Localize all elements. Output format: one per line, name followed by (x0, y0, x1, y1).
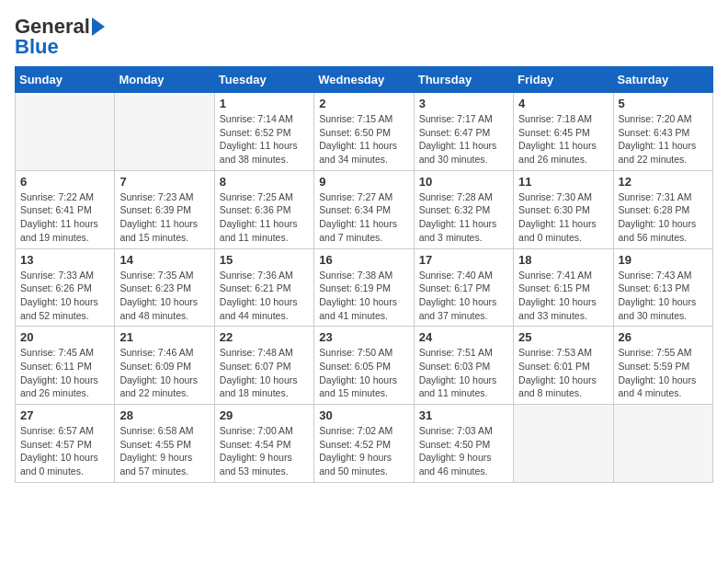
day-content: Sunrise: 7:53 AM Sunset: 6:01 PM Dayligh… (518, 346, 608, 400)
calendar-cell: 16Sunrise: 7:38 AM Sunset: 6:19 PM Dayli… (314, 248, 414, 327)
day-number: 1 (220, 97, 309, 110)
calendar-cell: 24Sunrise: 7:51 AM Sunset: 6:03 PM Dayli… (414, 327, 513, 405)
calendar-header-wednesday: Wednesday (314, 67, 414, 93)
day-content: Sunrise: 7:15 AM Sunset: 6:50 PM Dayligh… (319, 112, 408, 167)
day-content: Sunrise: 7:43 AM Sunset: 6:13 PM Dayligh… (619, 269, 708, 323)
day-content: Sunrise: 7:23 AM Sunset: 6:39 PM Dayligh… (119, 190, 209, 245)
day-number: 18 (518, 253, 608, 267)
calendar-week-row: 13Sunrise: 7:33 AM Sunset: 6:26 PM Dayli… (16, 248, 713, 327)
calendar-cell: 10Sunrise: 7:28 AM Sunset: 6:32 PM Dayli… (414, 170, 513, 248)
calendar-cell: 5Sunrise: 7:20 AM Sunset: 6:43 PM Daylig… (613, 93, 712, 171)
calendar-header-sunday: Sunday (16, 67, 115, 93)
calendar-cell: 30Sunrise: 7:02 AM Sunset: 4:52 PM Dayli… (314, 405, 414, 483)
calendar-week-row: 1Sunrise: 7:14 AM Sunset: 6:52 PM Daylig… (16, 93, 713, 171)
calendar-cell: 21Sunrise: 7:46 AM Sunset: 6:09 PM Dayli… (115, 327, 214, 405)
day-content: Sunrise: 7:25 AM Sunset: 6:36 PM Dayligh… (220, 190, 309, 245)
day-content: Sunrise: 6:58 AM Sunset: 4:55 PM Dayligh… (119, 424, 209, 478)
calendar-cell: 28Sunrise: 6:58 AM Sunset: 4:55 PM Dayli… (115, 405, 214, 483)
day-number: 12 (619, 175, 708, 189)
calendar-cell: 3Sunrise: 7:17 AM Sunset: 6:47 PM Daylig… (414, 93, 513, 171)
day-number: 11 (518, 175, 608, 189)
calendar-cell (16, 93, 115, 171)
calendar-cell: 29Sunrise: 7:00 AM Sunset: 4:54 PM Dayli… (214, 405, 313, 483)
day-number: 7 (119, 175, 209, 189)
day-number: 22 (220, 330, 309, 344)
day-content: Sunrise: 7:50 AM Sunset: 6:05 PM Dayligh… (319, 346, 408, 400)
calendar-header-monday: Monday (115, 67, 214, 93)
calendar-cell: 18Sunrise: 7:41 AM Sunset: 6:15 PM Dayli… (514, 248, 613, 327)
day-number: 9 (319, 175, 408, 189)
day-number: 27 (20, 408, 109, 422)
calendar-cell: 1Sunrise: 7:14 AM Sunset: 6:52 PM Daylig… (214, 93, 313, 171)
calendar-cell: 7Sunrise: 7:23 AM Sunset: 6:39 PM Daylig… (115, 170, 214, 248)
day-number: 28 (119, 408, 209, 422)
day-number: 29 (220, 408, 309, 422)
day-number: 13 (20, 253, 109, 267)
day-number: 2 (319, 97, 408, 110)
calendar-cell: 15Sunrise: 7:36 AM Sunset: 6:21 PM Dayli… (214, 248, 313, 327)
calendar-cell: 22Sunrise: 7:48 AM Sunset: 6:07 PM Dayli… (214, 327, 313, 405)
day-number: 14 (119, 253, 209, 267)
calendar-cell: 2Sunrise: 7:15 AM Sunset: 6:50 PM Daylig… (314, 93, 414, 171)
calendar-cell: 27Sunrise: 6:57 AM Sunset: 4:57 PM Dayli… (16, 405, 115, 483)
day-content: Sunrise: 7:45 AM Sunset: 6:11 PM Dayligh… (20, 346, 109, 400)
calendar-cell: 14Sunrise: 7:35 AM Sunset: 6:23 PM Dayli… (115, 248, 214, 327)
calendar-cell: 8Sunrise: 7:25 AM Sunset: 6:36 PM Daylig… (214, 170, 313, 248)
day-number: 20 (20, 330, 109, 344)
day-content: Sunrise: 7:35 AM Sunset: 6:23 PM Dayligh… (119, 269, 209, 323)
day-number: 10 (419, 175, 508, 189)
calendar-header-friday: Friday (514, 67, 613, 93)
day-number: 15 (220, 253, 309, 267)
page-header: General Blue (15, 15, 713, 59)
day-content: Sunrise: 7:03 AM Sunset: 4:50 PM Dayligh… (419, 424, 508, 478)
day-content: Sunrise: 7:46 AM Sunset: 6:09 PM Dayligh… (119, 346, 209, 400)
logo-blue: Blue (15, 35, 59, 59)
calendar-cell: 11Sunrise: 7:30 AM Sunset: 6:30 PM Dayli… (514, 170, 613, 248)
calendar-cell: 4Sunrise: 7:18 AM Sunset: 6:45 PM Daylig… (514, 93, 613, 171)
calendar-header-row: SundayMondayTuesdayWednesdayThursdayFrid… (16, 67, 713, 93)
day-number: 19 (619, 253, 708, 267)
day-content: Sunrise: 7:40 AM Sunset: 6:17 PM Dayligh… (419, 269, 508, 323)
day-content: Sunrise: 7:02 AM Sunset: 4:52 PM Dayligh… (319, 424, 408, 478)
logo-arrow-icon (92, 17, 105, 36)
day-content: Sunrise: 7:41 AM Sunset: 6:15 PM Dayligh… (518, 269, 608, 323)
day-number: 31 (419, 408, 508, 422)
day-number: 26 (619, 330, 708, 344)
calendar-week-row: 27Sunrise: 6:57 AM Sunset: 4:57 PM Dayli… (16, 405, 713, 483)
day-number: 17 (419, 253, 508, 267)
day-number: 24 (419, 330, 508, 344)
day-content: Sunrise: 7:30 AM Sunset: 6:30 PM Dayligh… (518, 190, 608, 245)
day-number: 5 (619, 97, 708, 110)
day-content: Sunrise: 7:31 AM Sunset: 6:28 PM Dayligh… (619, 190, 708, 245)
calendar-header-thursday: Thursday (414, 67, 513, 93)
day-content: Sunrise: 7:36 AM Sunset: 6:21 PM Dayligh… (220, 269, 309, 323)
day-content: Sunrise: 7:14 AM Sunset: 6:52 PM Dayligh… (220, 112, 309, 167)
calendar-table: SundayMondayTuesdayWednesdayThursdayFrid… (15, 66, 713, 483)
day-content: Sunrise: 7:20 AM Sunset: 6:43 PM Dayligh… (619, 112, 708, 167)
day-content: Sunrise: 7:28 AM Sunset: 6:32 PM Dayligh… (419, 190, 508, 245)
day-number: 4 (518, 97, 608, 110)
calendar-cell: 19Sunrise: 7:43 AM Sunset: 6:13 PM Dayli… (613, 248, 712, 327)
day-content: Sunrise: 7:27 AM Sunset: 6:34 PM Dayligh… (319, 190, 408, 245)
calendar-cell: 6Sunrise: 7:22 AM Sunset: 6:41 PM Daylig… (16, 170, 115, 248)
calendar-cell: 13Sunrise: 7:33 AM Sunset: 6:26 PM Dayli… (16, 248, 115, 327)
day-number: 3 (419, 97, 508, 110)
day-content: Sunrise: 7:48 AM Sunset: 6:07 PM Dayligh… (220, 346, 309, 400)
calendar-cell: 25Sunrise: 7:53 AM Sunset: 6:01 PM Dayli… (514, 327, 613, 405)
calendar-cell: 12Sunrise: 7:31 AM Sunset: 6:28 PM Dayli… (613, 170, 712, 248)
calendar-cell: 26Sunrise: 7:55 AM Sunset: 5:59 PM Dayli… (613, 327, 712, 405)
day-content: Sunrise: 7:00 AM Sunset: 4:54 PM Dayligh… (220, 424, 309, 478)
day-content: Sunrise: 7:17 AM Sunset: 6:47 PM Dayligh… (419, 112, 508, 167)
calendar-cell (514, 405, 613, 483)
day-number: 6 (20, 175, 109, 189)
day-content: Sunrise: 6:57 AM Sunset: 4:57 PM Dayligh… (20, 424, 109, 478)
day-content: Sunrise: 7:38 AM Sunset: 6:19 PM Dayligh… (319, 269, 408, 323)
day-content: Sunrise: 7:18 AM Sunset: 6:45 PM Dayligh… (518, 112, 608, 167)
day-number: 23 (319, 330, 408, 344)
day-number: 8 (220, 175, 309, 189)
day-content: Sunrise: 7:51 AM Sunset: 6:03 PM Dayligh… (419, 346, 508, 400)
calendar-cell: 20Sunrise: 7:45 AM Sunset: 6:11 PM Dayli… (16, 327, 115, 405)
calendar-cell: 9Sunrise: 7:27 AM Sunset: 6:34 PM Daylig… (314, 170, 414, 248)
day-content: Sunrise: 7:55 AM Sunset: 5:59 PM Dayligh… (619, 346, 708, 400)
calendar-week-row: 20Sunrise: 7:45 AM Sunset: 6:11 PM Dayli… (16, 327, 713, 405)
